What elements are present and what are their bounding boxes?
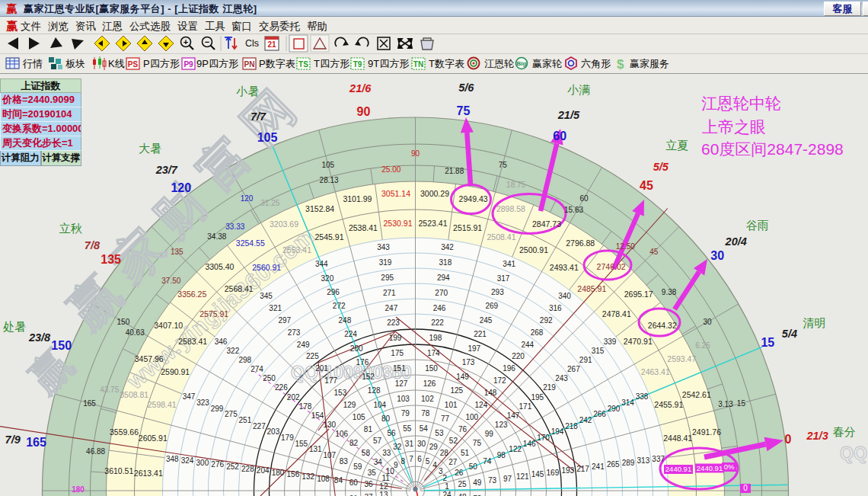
svg-text:82: 82	[349, 439, 359, 447]
svg-text:18.75: 18.75	[506, 181, 525, 189]
svg-text:5/6: 5/6	[458, 82, 474, 94]
svg-text:15: 15	[737, 399, 746, 408]
svg-text:Cls: Cls	[245, 38, 259, 49]
svg-text:江恩轮中轮: 江恩轮中轮	[701, 94, 781, 112]
svg-text:3254.55: 3254.55	[236, 238, 265, 248]
svg-text:2590.91: 2590.91	[161, 367, 190, 376]
svg-text:80: 80	[381, 414, 391, 423]
svg-text:321: 321	[269, 304, 282, 312]
svg-text:2470.91: 2470.91	[624, 337, 653, 346]
svg-text:295: 295	[381, 274, 394, 282]
svg-text:177: 177	[324, 376, 337, 385]
svg-text:30: 30	[704, 318, 713, 326]
svg-text:江恩轮: 江恩轮	[484, 58, 514, 69]
svg-text:173: 173	[462, 358, 475, 366]
svg-text:31.25: 31.25	[260, 199, 279, 207]
svg-text:P四方形: P四方形	[143, 58, 180, 69]
svg-text:3000.29: 3000.29	[420, 189, 449, 198]
svg-text:343: 343	[377, 243, 390, 251]
svg-text:314: 314	[621, 398, 634, 407]
svg-text:227: 227	[253, 422, 266, 430]
svg-text:101: 101	[445, 401, 458, 409]
svg-text:135: 135	[171, 248, 183, 256]
svg-text:75: 75	[473, 439, 482, 447]
svg-text:P9: P9	[183, 60, 193, 69]
svg-text:54: 54	[420, 424, 429, 433]
svg-text:149: 149	[456, 373, 469, 381]
svg-text:342: 342	[441, 243, 454, 251]
svg-text:104: 104	[373, 401, 386, 409]
svg-text:226: 226	[275, 383, 288, 392]
svg-text:105: 105	[257, 131, 278, 144]
svg-text:赢家服务: 赢家服务	[630, 58, 669, 69]
svg-text:29: 29	[429, 443, 439, 451]
svg-text:150: 150	[117, 318, 130, 326]
svg-text:32: 32	[393, 443, 402, 451]
svg-text:15.63: 15.63	[564, 206, 583, 214]
svg-text:247: 247	[385, 304, 398, 312]
svg-text:275: 275	[225, 410, 238, 418]
svg-text:132: 132	[302, 472, 314, 481]
svg-text:立夏: 立夏	[665, 139, 688, 152]
svg-text:250: 250	[263, 374, 276, 382]
svg-text:3610.51: 3610.51	[104, 466, 133, 475]
svg-text:3152.84: 3152.84	[305, 204, 334, 213]
svg-text:2545.91: 2545.91	[315, 232, 344, 242]
svg-text:296: 296	[327, 288, 340, 296]
svg-text:98: 98	[497, 451, 506, 459]
svg-text:271: 271	[383, 289, 396, 297]
svg-text:265: 265	[607, 460, 620, 469]
svg-text:194: 194	[551, 427, 564, 436]
svg-text:2538.41: 2538.41	[349, 223, 378, 232]
svg-text:170: 170	[537, 434, 550, 442]
svg-text:2463.41: 2463.41	[641, 367, 670, 376]
svg-text:180: 180	[72, 485, 85, 494]
svg-text:202: 202	[287, 393, 300, 402]
svg-text:27: 27	[448, 458, 458, 466]
svg-text:176: 176	[356, 358, 369, 366]
svg-text:21: 21	[267, 40, 276, 49]
svg-text:板块: 板块	[65, 58, 85, 69]
svg-text:268: 268	[531, 328, 544, 337]
svg-text:221: 221	[474, 330, 487, 338]
svg-text:2: 2	[443, 474, 448, 482]
svg-text:2568.41: 2568.41	[225, 284, 254, 293]
svg-text:270: 270	[435, 289, 448, 297]
svg-text:318: 318	[439, 258, 452, 267]
svg-text:315: 315	[592, 347, 605, 355]
svg-text:293: 293	[491, 288, 504, 296]
svg-text:83: 83	[340, 457, 349, 466]
svg-text:3.13: 3.13	[718, 400, 733, 408]
svg-text:9: 9	[394, 461, 398, 469]
svg-text:222: 222	[431, 318, 444, 327]
svg-text:60: 60	[349, 478, 359, 487]
svg-text:248: 248	[339, 316, 352, 325]
svg-text:6: 6	[417, 455, 422, 463]
svg-text:195: 195	[531, 393, 544, 402]
svg-text:40.63: 40.63	[126, 328, 145, 337]
svg-text:15: 15	[761, 336, 774, 349]
svg-text:252: 252	[226, 462, 239, 471]
svg-text:Big: Big	[517, 60, 527, 67]
svg-text:193: 193	[561, 466, 574, 475]
svg-text:2847.73: 2847.73	[532, 219, 561, 229]
svg-text:105: 105	[321, 161, 334, 169]
svg-text:2560.91: 2560.91	[252, 263, 281, 272]
svg-text:269: 269	[485, 302, 498, 310]
svg-text:12.50: 12.50	[616, 242, 635, 251]
svg-text:2455.91: 2455.91	[654, 400, 683, 409]
svg-text:299: 299	[211, 405, 224, 413]
svg-text:P数字表: P数字表	[259, 58, 295, 69]
svg-text:153: 153	[334, 389, 347, 397]
svg-text:2613.41: 2613.41	[134, 469, 163, 478]
svg-text:2598.41: 2598.41	[148, 400, 177, 409]
svg-text:120: 120	[171, 181, 191, 194]
svg-text:102: 102	[421, 395, 434, 403]
svg-text:9P四方形: 9P四方形	[196, 58, 238, 69]
svg-text:−: −	[205, 37, 209, 46]
svg-text:2553.41: 2553.41	[282, 245, 311, 254]
svg-text:7/7: 7/7	[251, 110, 266, 123]
svg-text:155: 155	[295, 440, 308, 448]
svg-text:1: 1	[445, 482, 449, 491]
svg-text:224: 224	[344, 330, 357, 338]
